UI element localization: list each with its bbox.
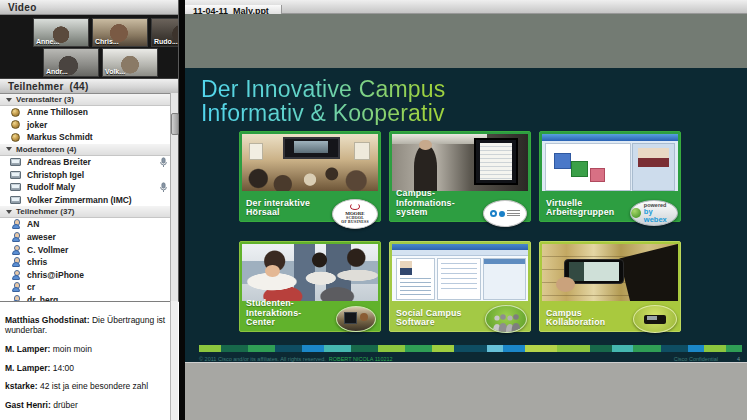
video-thumbnail[interactable]: Rudo...: [151, 18, 178, 47]
partner-logo: [483, 200, 527, 227]
presentation-canvas: Der Innovative Campus Informativ & Koope…: [185, 14, 747, 420]
participant-row[interactable]: Rudolf Maly: [0, 181, 178, 194]
group-label: Veranstalter (3): [16, 95, 74, 104]
participant-name: Markus Schmidt: [27, 132, 93, 142]
chat-scrollbar[interactable]: [170, 301, 178, 420]
participant-group-teilnehmer[interactable]: Teilnehmer (37): [0, 206, 178, 218]
video-participant-name: Andr...: [46, 68, 68, 75]
video-participant-name: Rudo...: [154, 38, 178, 45]
participant-group-moderatoren[interactable]: Moderatoren (4): [0, 144, 178, 156]
participant-row[interactable]: joker: [0, 119, 178, 132]
tile-campus-kollaboration: Campus Kollaboration: [539, 241, 681, 332]
collapse-arrow-icon: [6, 98, 12, 102]
video-participant-name: Volk...: [105, 68, 125, 75]
slide-title-line1: Der Innovative Campus: [201, 76, 446, 102]
video-panel: Video Anne... Chris... Rudo... Andr...: [0, 0, 178, 79]
participant-name: AN: [27, 219, 39, 229]
video-thumbnail[interactable]: Andr...: [43, 48, 99, 77]
audience-shapes: [242, 134, 378, 191]
participants-scrollbar[interactable]: [170, 93, 178, 301]
participant-row[interactable]: Anne Thillosen: [0, 106, 178, 119]
host-icon: [10, 120, 21, 130]
tile-photo-digital-signage: [392, 134, 528, 191]
participant-row[interactable]: C. Vollmer: [0, 243, 178, 256]
participant-name: C. Vollmer: [27, 245, 68, 255]
document-shape: [554, 153, 571, 169]
microphone-icon[interactable]: [159, 182, 168, 193]
participants-count: (44): [70, 81, 89, 92]
participant-name: Anne Thillosen: [27, 107, 88, 117]
content-area: 11-04-11_Maly.ppt Der Innovative Campus …: [185, 0, 747, 420]
participant-row[interactable]: chris: [0, 256, 178, 269]
tile-interaktiver-hoersaal: Der interaktive Hörsaal MOORE SCHOOL OF …: [239, 131, 381, 222]
webex-ball-icon: [631, 208, 641, 218]
participant-row[interactable]: Andreas Breiter: [0, 156, 178, 169]
slide-title: Der Innovative Campus Informativ & Koope…: [201, 78, 446, 125]
sidebar: Video Anne... Chris... Rudo... Andr...: [0, 0, 179, 420]
attendee-icon: [10, 282, 21, 292]
chat-sender: Gast Henri: [5, 400, 53, 410]
scrollbar-thumb[interactable]: [171, 113, 179, 135]
navigation-bar-shape: [392, 250, 528, 256]
participant-row[interactable]: Volker Zimmermann (IMC): [0, 194, 178, 207]
participants-panel-title: Teilnehmer: [8, 81, 64, 92]
video-thumbnail[interactable]: Volk...: [102, 48, 158, 77]
participant-name: aweser: [27, 232, 56, 242]
canvas-lower-margin: [185, 362, 747, 420]
tile-photo-call-center: [242, 244, 378, 301]
logo-ring-icon: [490, 210, 497, 217]
tile-label: Campus Kollaboration: [546, 309, 605, 328]
video-panel-shape: [632, 143, 675, 191]
chat-text: drüber: [53, 400, 78, 410]
tile-studenten-interaktions-center: Studenten- Interaktions- Center: [239, 241, 381, 332]
attendee-icon: [10, 219, 21, 229]
chat-message: M. Lampermoin moin: [5, 344, 167, 354]
participant-row[interactable]: Christoph Igel: [0, 168, 178, 181]
feed-column-shape: [437, 258, 481, 300]
agents-shapes: [242, 244, 378, 301]
participant-name: Andreas Breiter: [27, 157, 91, 167]
participant-row[interactable]: cr: [0, 281, 178, 294]
participant-row[interactable]: aweser: [0, 231, 178, 244]
chat-text: moin moin: [53, 344, 92, 354]
participant-name: chris: [27, 257, 47, 267]
video-thumbnail-grid: Anne... Chris... Rudo... Andr... Volk...: [0, 15, 178, 79]
host-icon: [10, 132, 21, 142]
video-thumbnail[interactable]: Anne...: [33, 18, 89, 47]
crest-icon: [350, 203, 360, 210]
participant-name: cr: [27, 282, 35, 292]
participants-panel: Teilnehmer (44) Veranstalter (3) Anne Th…: [0, 79, 178, 302]
attendee-icon: [10, 270, 21, 280]
participant-row[interactable]: Markus Schmidt: [0, 131, 178, 144]
moore-school-logo: MOORE SCHOOL OF BUSINESS: [332, 199, 378, 229]
profile-column-shape: [396, 258, 435, 300]
participants-panel-header[interactable]: Teilnehmer (44): [0, 79, 178, 94]
video-panel-header[interactable]: Video: [0, 0, 178, 15]
chat-message: Matthias GhodstinatDie Übertragung ist w…: [5, 315, 167, 336]
participant-name: Rudolf Maly: [27, 182, 75, 192]
microphone-icon[interactable]: [159, 157, 168, 168]
webex-meeting-window: Video Anne... Chris... Rudo... Andr...: [0, 0, 747, 420]
tile-campus-informationssystem: Campus- Informations- system: [389, 131, 531, 222]
tile-label: Der interaktive Hörsaal: [246, 199, 310, 218]
video-thumbnail[interactable]: Chris...: [92, 18, 148, 47]
tile-label: Studenten- Interaktions- Center: [246, 299, 301, 328]
logo-dot-icon: [499, 211, 505, 217]
slide: Der Innovative Campus Informativ & Koope…: [185, 68, 747, 362]
community-badge: [485, 305, 527, 333]
chat-message: M. Lamper14:00: [5, 363, 167, 373]
tile-photo-lecture-hall: [242, 134, 378, 191]
participant-row[interactable]: chris@iPhone: [0, 269, 178, 282]
participant-name: Christoph Igel: [27, 170, 84, 180]
tile-virtuelle-arbeitsgruppen: Virtuelle Arbeitsgruppen powered by webe…: [539, 131, 681, 222]
moderator-icon: [10, 157, 21, 167]
participant-group-veranstalter[interactable]: Veranstalter (3): [0, 94, 178, 106]
tile-social-campus-software: Social Campus Software: [389, 241, 531, 332]
tile-photo-social-profile: [392, 244, 528, 301]
display-board-shape: [474, 138, 519, 185]
collaboration-device-badge: [633, 305, 677, 333]
participant-row[interactable]: AN: [0, 218, 178, 231]
tile-label: Virtuelle Arbeitsgruppen: [546, 199, 614, 218]
chat-text: 42 ist ja eine besondere zahl: [40, 381, 148, 391]
hand-shape: [556, 277, 575, 292]
